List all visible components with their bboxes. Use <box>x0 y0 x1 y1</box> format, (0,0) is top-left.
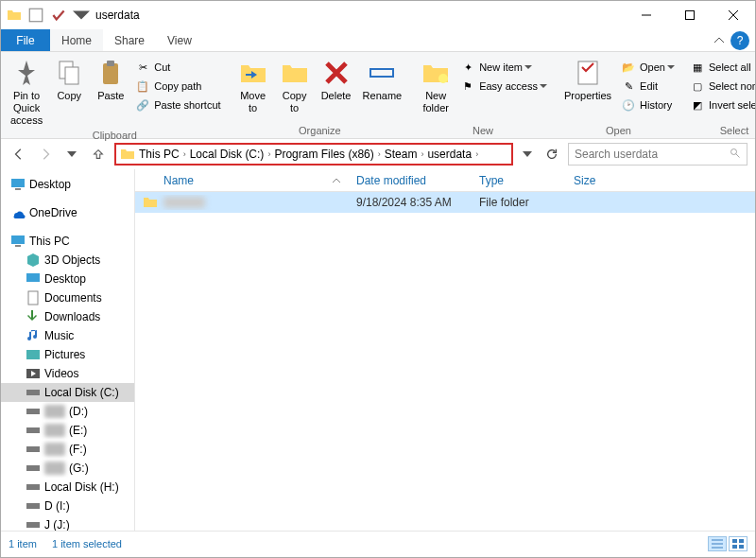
qat-dropdown[interactable] <box>73 7 90 24</box>
tree-documents[interactable]: Documents <box>1 288 134 307</box>
tab-view[interactable]: View <box>156 29 203 51</box>
tree-drive-j[interactable]: J (J:) <box>1 515 134 531</box>
close-button[interactable] <box>712 1 755 29</box>
breadcrumb-item[interactable]: Program Files (x86) <box>274 148 373 161</box>
tab-home[interactable]: Home <box>50 29 103 51</box>
svg-rect-33 <box>732 539 737 543</box>
move-to-button[interactable]: Move to <box>232 54 274 114</box>
tab-share[interactable]: Share <box>103 29 156 51</box>
tree-local-disk-c[interactable]: Local Disk (C:) <box>1 383 134 402</box>
easy-access-icon: ⚑ <box>460 78 475 94</box>
details-view-button[interactable] <box>708 536 727 551</box>
maximize-button[interactable] <box>668 1 712 29</box>
recent-locations-button[interactable] <box>61 144 82 165</box>
tree-drive-i[interactable]: D (I:) <box>1 497 134 515</box>
svg-rect-14 <box>11 179 25 187</box>
chevron-right-icon: › <box>183 149 186 159</box>
svg-rect-20 <box>26 350 40 359</box>
tree-drive-e[interactable]: xxx(E:) <box>1 421 134 440</box>
tree-3d-objects[interactable]: 3D Objects <box>1 251 134 270</box>
tree-videos[interactable]: Videos <box>1 364 134 383</box>
svg-rect-26 <box>26 465 40 471</box>
pin-to-quick-access-button[interactable]: Pin to Quick access <box>5 54 48 128</box>
status-selection: 1 item selected <box>52 538 122 549</box>
history-button[interactable]: 🕑History <box>617 96 679 114</box>
up-button[interactable] <box>88 144 109 165</box>
icons-view-button[interactable] <box>729 536 747 551</box>
breadcrumb-item[interactable]: This PC <box>139 148 180 161</box>
breadcrumb-item[interactable]: userdata <box>427 148 472 161</box>
open-icon: 📂 <box>621 60 636 75</box>
drive-icon <box>26 385 41 400</box>
copy-icon <box>54 58 84 88</box>
help-button[interactable]: ? <box>730 31 749 50</box>
column-size[interactable]: Size <box>566 174 632 187</box>
tree-downloads[interactable]: Downloads <box>1 307 134 326</box>
group-label: Organize <box>299 123 341 138</box>
breadcrumb-item[interactable]: Steam <box>385 148 418 161</box>
videos-icon <box>26 366 41 381</box>
properties-button[interactable]: Properties <box>558 54 617 102</box>
svg-rect-24 <box>26 427 40 433</box>
minimize-button[interactable] <box>625 1 668 29</box>
svg-rect-25 <box>26 446 40 452</box>
music-icon <box>26 328 41 343</box>
tree-pictures[interactable]: Pictures <box>1 345 134 364</box>
copy-button[interactable]: Copy <box>48 54 90 102</box>
folder-icon <box>120 147 135 162</box>
column-type[interactable]: Type <box>472 174 566 187</box>
tree-music[interactable]: Music <box>1 326 134 345</box>
paste-button[interactable]: Paste <box>90 54 131 102</box>
select-none-button[interactable]: ▢Select none <box>686 77 756 96</box>
copy-to-button[interactable]: Copy to <box>274 54 316 114</box>
back-button[interactable] <box>9 144 29 165</box>
tree-drive-d[interactable]: xxx(D:) <box>1 402 134 421</box>
file-menu[interactable]: File <box>1 29 50 51</box>
file-row[interactable]: 9/18/2024 8:35 AM File folder <box>135 192 755 213</box>
search-input[interactable]: Search userdata <box>568 143 747 166</box>
column-date[interactable]: Date modified <box>349 174 472 187</box>
svg-rect-0 <box>29 9 43 22</box>
tree-this-pc[interactable]: This PC <box>1 232 134 251</box>
select-none-icon: ▢ <box>690 78 705 94</box>
svg-rect-16 <box>11 235 25 244</box>
address-dropdown[interactable] <box>519 144 536 165</box>
breadcrumb-item[interactable]: Local Disk (C:) <box>190 148 265 161</box>
rename-button[interactable]: Rename <box>357 54 408 102</box>
qat-button[interactable] <box>27 7 44 24</box>
tree-onedrive[interactable]: OneDrive <box>1 203 134 222</box>
chevron-up-icon[interactable] <box>713 35 725 46</box>
group-label: Open <box>606 123 631 138</box>
easy-access-button[interactable]: ⚑Easy access <box>456 77 551 96</box>
copy-path-button[interactable]: 📋Copy path <box>131 77 224 96</box>
column-name[interactable]: Name <box>135 174 349 187</box>
paste-shortcut-button[interactable]: 🔗Paste shortcut <box>131 96 224 114</box>
address-bar[interactable]: This PC› Local Disk (C:)› Program Files … <box>114 143 513 166</box>
tree-drive-g[interactable]: xxx(G:) <box>1 459 134 478</box>
group-label: Clipboard <box>93 128 137 143</box>
qat-button[interactable] <box>50 7 67 24</box>
new-item-button[interactable]: ✦New item <box>456 58 551 77</box>
cut-button[interactable]: ✂Cut <box>131 58 224 77</box>
chevron-right-icon: › <box>267 149 270 159</box>
cloud-icon <box>10 205 26 220</box>
tree-drive-h[interactable]: Local Disk (H:) <box>1 478 134 497</box>
pc-icon <box>10 234 26 249</box>
new-folder-button[interactable]: New folder <box>415 54 456 114</box>
edit-icon: ✎ <box>621 78 636 94</box>
paste-icon <box>95 58 126 88</box>
select-all-button[interactable]: ▦Select all <box>686 58 756 77</box>
forward-button[interactable] <box>35 144 56 165</box>
open-button[interactable]: 📂Open <box>617 58 679 77</box>
invert-selection-button[interactable]: ◩Invert selection <box>686 96 756 114</box>
svg-rect-15 <box>15 188 21 190</box>
downloads-icon <box>26 309 41 324</box>
svg-rect-28 <box>26 503 40 509</box>
tree-desktop[interactable]: Desktop <box>1 175 134 194</box>
delete-button[interactable]: Delete <box>316 54 357 102</box>
navigation-tree[interactable]: Desktop OneDrive This PC 3D Objects Desk… <box>1 169 135 531</box>
tree-desktop[interactable]: Desktop <box>1 270 134 288</box>
refresh-button[interactable] <box>541 144 562 165</box>
tree-drive-f[interactable]: xxx(F:) <box>1 440 134 459</box>
edit-button[interactable]: ✎Edit <box>617 77 679 96</box>
